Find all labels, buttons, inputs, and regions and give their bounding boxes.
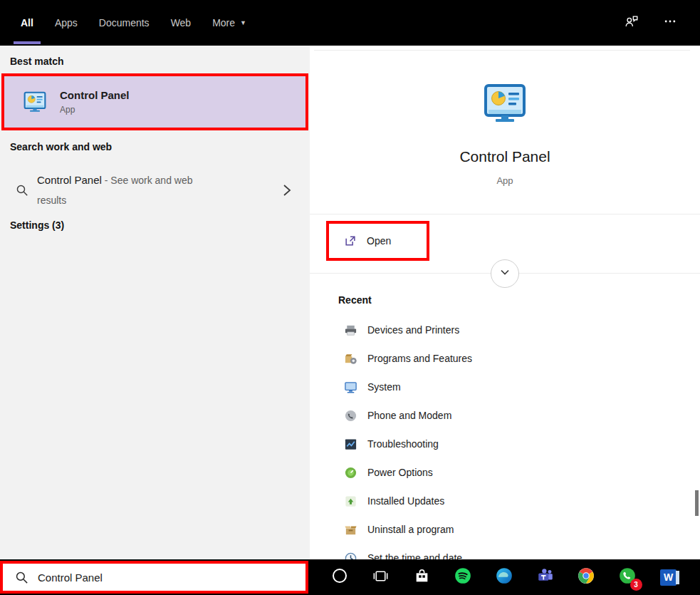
recent-item-label: System [367,381,401,393]
tab-documents-label: Documents [99,17,150,29]
recent-item-label: Devices and Printers [367,324,459,336]
tab-apps[interactable]: Apps [44,0,88,46]
recent-header: Recent [338,294,372,306]
best-match-subtitle: App [60,105,130,115]
tab-apps-label: Apps [55,17,78,29]
programs-icon [344,352,357,366]
task-view-icon [372,567,390,588]
settings-section-header: Settings (3) [10,219,64,231]
taskbar: Control Panel [0,559,700,595]
ellipsis-icon [663,14,677,31]
tab-all-label: All [21,17,33,29]
task-view-button[interactable] [371,568,390,587]
system-monitor-icon [344,381,357,394]
expand-results-button[interactable] [491,259,519,288]
recent-item-installed-updates[interactable]: Installed Updates [310,487,694,515]
chrome-icon [577,566,595,588]
app-title: Control Panel [310,148,700,165]
tab-documents[interactable]: Documents [88,0,160,46]
recent-item-set-time-and-date[interactable]: Set the time and date [310,544,694,559]
edge-icon [495,566,513,588]
feedback-icon [624,14,639,32]
recent-item-label: Power Options [367,467,433,478]
external-link-icon [344,234,357,247]
cortana-button[interactable] [330,568,350,587]
recent-item-uninstall-a-program[interactable]: Uninstall a program [310,515,694,544]
recent-item-label: Uninstall a program [367,524,454,535]
recent-item-devices-and-printers[interactable]: Devices and Printers [310,316,694,344]
best-match-text: Control Panel App [60,89,130,115]
tab-web[interactable]: Web [160,0,202,46]
recent-item-power-options[interactable]: Power Options [310,458,694,487]
recent-item-phone-and-modem[interactable]: Phone and Modem [310,401,694,430]
recent-list: Devices and Printers Programs and Featur… [310,316,694,559]
uninstall-box-icon [344,523,357,537]
chevron-down-icon: ▼ [240,19,246,26]
word-glyph: W [664,571,673,583]
recent-item-label: Phone and Modem [367,410,451,421]
taskbar-icons: 3 W [308,559,700,595]
web-suggestion-query: Control Panel [37,174,102,186]
scrollbar-thumb[interactable] [695,490,699,516]
cortana-icon [331,567,348,587]
printer-icon [344,324,357,337]
search-results-panel: Best match Control Panel App Search work… [0,46,310,559]
search-web-header: Search work and web [10,141,112,152]
best-match-control-panel[interactable]: Control Panel App [1,73,308,130]
best-match-header: Best match [10,56,63,67]
clock-icon [344,552,357,560]
web-suggestion-text: Control Panel - See work and web results [37,170,221,210]
topbar-actions [623,14,700,31]
control-panel-icon [482,81,528,126]
teams-button[interactable] [536,568,555,587]
open-button[interactable]: Open [326,221,429,261]
app-subtitle: App [310,175,700,186]
windows-search-screen: All Apps Documents Web More ▼ [0,0,700,595]
control-panel-icon [23,90,47,114]
taskbar-search-box[interactable]: Control Panel [0,561,308,594]
search-icon [15,571,28,584]
tab-all[interactable]: All [10,0,44,46]
divider [314,50,690,51]
recent-item-label: Programs and Features [367,353,472,364]
recent-item-label: Installed Updates [367,495,444,507]
spotify-icon [454,566,472,588]
best-match-title: Control Panel [60,89,130,101]
spotify-button[interactable] [454,568,473,587]
tab-web-label: Web [171,17,192,29]
feedback-button[interactable] [623,14,640,31]
recent-item-programs-and-features[interactable]: Programs and Features [310,344,694,373]
chevron-down-icon [498,265,512,282]
preview-panel: Control Panel App Open Recent [310,46,700,559]
word-button[interactable]: W [659,568,678,587]
taskbar-search-value: Control Panel [38,571,103,584]
power-gauge-icon [344,466,357,480]
word-icon: W [660,569,677,586]
phone-icon [344,409,357,423]
store-icon [413,567,431,588]
teams-icon [536,566,555,588]
filter-tabs: All Apps Documents Web More ▼ [0,0,257,46]
search-icon [16,184,28,197]
divider [310,214,700,214]
whatsapp-badge: 3 [630,579,642,591]
updates-icon [344,495,357,508]
troubleshooting-icon [344,438,357,451]
microsoft-store-button[interactable] [412,568,432,587]
recent-item-label: Troubleshooting [367,438,439,450]
tab-more[interactable]: More ▼ [202,0,257,46]
web-suggestion-row[interactable]: Control Panel - See work and web results [0,162,310,218]
recent-item-troubleshooting[interactable]: Troubleshooting [310,430,694,458]
recent-item-label: Set the time and date [367,552,462,559]
open-button-label: Open [367,235,391,247]
recent-item-system[interactable]: System [310,373,694,401]
more-options-button[interactable] [662,14,679,31]
chrome-button[interactable] [577,568,596,587]
edge-button[interactable] [494,568,513,587]
search-filter-bar: All Apps Documents Web More ▼ [0,0,700,46]
tab-more-label: More [212,17,235,29]
chevron-right-icon [283,183,291,197]
whatsapp-button[interactable]: 3 [618,568,637,587]
